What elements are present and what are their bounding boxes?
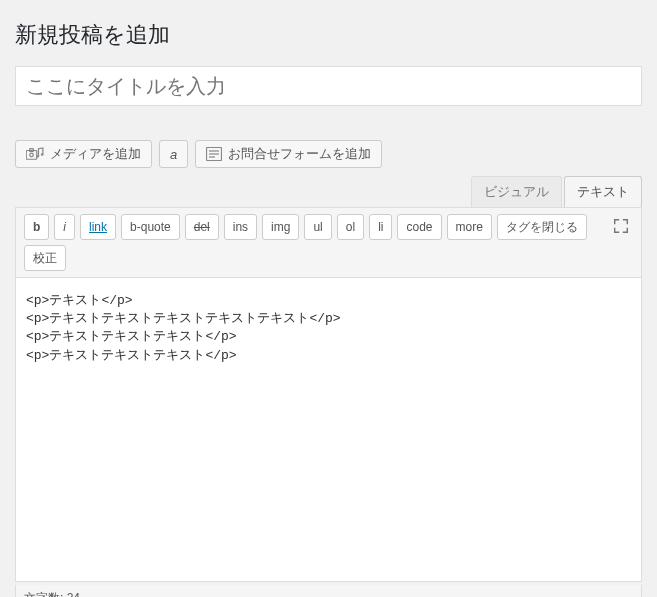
tab-visual-label: ビジュアル [484, 183, 549, 201]
quicktags-toolbar: b i link b-quote del ins img ul ol li co… [15, 207, 642, 278]
svg-point-3 [36, 155, 39, 158]
qt-proof-button[interactable]: 校正 [24, 245, 66, 271]
expand-icon [612, 217, 630, 238]
content-textarea[interactable] [15, 278, 642, 582]
qt-ul-button[interactable]: ul [304, 214, 331, 240]
contact-form-label: お問合せフォームを追加 [228, 145, 371, 163]
amazon-label: a [170, 147, 177, 162]
qt-bold-button[interactable]: b [24, 214, 49, 240]
qt-ol-button[interactable]: ol [337, 214, 364, 240]
wordcount-value: 24 [67, 591, 80, 597]
page-title: 新規投稿を追加 [15, 20, 642, 50]
tab-text[interactable]: テキスト [564, 176, 642, 207]
add-media-label: メディアを追加 [50, 145, 141, 163]
qt-code-button[interactable]: code [397, 214, 441, 240]
form-icon [206, 147, 222, 161]
qt-link-button[interactable]: link [80, 214, 116, 240]
fullscreen-toggle[interactable] [609, 215, 633, 239]
qt-ins-button[interactable]: ins [224, 214, 257, 240]
svg-point-1 [30, 153, 34, 157]
qt-del-button[interactable]: del [185, 214, 219, 240]
amazon-button[interactable]: a [159, 140, 188, 168]
tab-text-label: テキスト [577, 183, 629, 201]
post-title-input[interactable] [15, 66, 642, 106]
svg-point-4 [41, 153, 44, 156]
qt-blockquote-button[interactable]: b-quote [121, 214, 180, 240]
add-media-button[interactable]: メディアを追加 [15, 140, 152, 168]
qt-more-button[interactable]: more [447, 214, 492, 240]
qt-italic-button[interactable]: i [54, 214, 75, 240]
contact-form-button[interactable]: お問合せフォームを追加 [195, 140, 382, 168]
qt-closetags-button[interactable]: タグを閉じる [497, 214, 587, 240]
wordcount-label: 文字数: [24, 590, 63, 598]
status-bar: 文字数: 24 [15, 585, 642, 597]
camera-music-icon [26, 147, 44, 161]
media-buttons-row: メディアを追加 a お問合せフォームを追加 [15, 140, 642, 168]
qt-li-button[interactable]: li [369, 214, 392, 240]
editor-tabs: ビジュアル テキスト [15, 176, 642, 207]
tab-visual[interactable]: ビジュアル [471, 176, 562, 207]
qt-img-button[interactable]: img [262, 214, 299, 240]
